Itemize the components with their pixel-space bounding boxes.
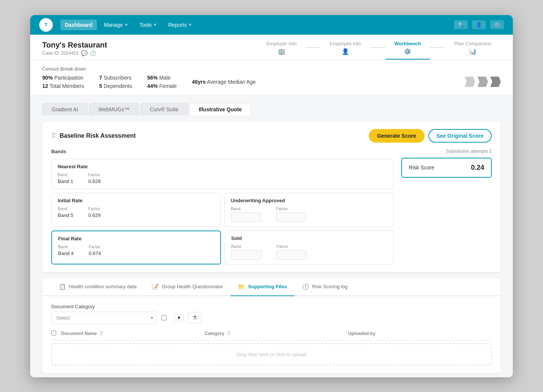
census-median-age: 46yrs Average Median Age [192,79,256,85]
census-arrows [465,77,501,87]
nav-logo: T [39,18,53,32]
select-all-checkbox[interactable] [51,331,56,335]
census-stats: 90% Participation 12 Total Members 7 Sub… [42,75,501,89]
risk-section: Submission attempts 2 Risk Score 0.24 [401,149,492,264]
sold-factor-input[interactable] [276,250,307,260]
workbench-icon: ⚙️ [404,48,411,55]
step-employee-info[interactable]: Employee Info 👤 [321,41,370,60]
upload-drop-zone[interactable]: Drop files here or click to upload [51,343,492,366]
doc-checkbox[interactable] [161,315,167,320]
step-connector-3 [430,47,445,48]
chevron-down-icon: ▼ [124,23,128,27]
case-header: Tony's Restaurant Case ID: 2024451 💬 🕐 E… [30,35,513,60]
table-checkbox-col [51,330,58,337]
clipboard-icon: 📋 [59,283,66,290]
tab-webmugs[interactable]: WebMUGs™ [89,103,139,115]
census-col-1: 90% Participation 12 Total Members [42,75,84,89]
col-menu-icon-1[interactable]: ⠿ [99,331,103,337]
band-cards-grid: Nearest Rate Band Band 1 Factor 0.629 [51,159,394,264]
step-employer-info[interactable]: Employer Info 🏢 [257,41,305,60]
tab-illustrative-quote[interactable]: Illustrative Quote [189,103,251,115]
step-connector-1 [306,47,321,48]
nav-right-actions: 🔍 👤 ⚙️ [454,20,504,29]
filter-icon-btn[interactable]: ⚗ [188,312,201,323]
census-col-3: 56% Male 44% Female [147,75,177,89]
bottom-tabs: 📋 Health condition summary data 📝 Group … [42,278,501,296]
band-card-sold: Sold Band Factor [225,231,394,264]
doc-category-label: Document Category [51,304,492,309]
chevron-down-icon: ▼ [188,23,192,27]
tab-supporting-files[interactable]: 📁 Supporting Files [230,278,295,295]
census-total-members: 12 Total Members [42,83,84,89]
checkbox-dropdown-icon[interactable]: ▼ [174,314,184,321]
census-arrow-2[interactable] [477,77,488,87]
nav-item-manage[interactable]: Manage ▼ [99,20,133,30]
sold-band-input[interactable] [231,250,261,260]
bands-section: Bands Nearest Rate Band Band 1 [51,149,492,264]
census-arrow-3[interactable] [490,77,501,87]
band-card-final-rate: Final Rate Band Band 4 Factor [51,231,221,264]
census-subscribers: 7 Subscribers [99,75,132,81]
workbench-card: ⠿ Baseline Risk Assessment Generate Scor… [42,121,501,272]
underwriting-band-input[interactable] [231,212,261,222]
bands-left: Bands Nearest Rate Band Band 1 [51,149,394,264]
see-original-score-button[interactable]: See Original Score [428,129,492,143]
case-id-row: Case ID: 2024451 💬 🕐 [42,50,107,56]
col-uploaded-by: Uploaded by [348,330,492,337]
step-connector-2 [370,47,385,48]
step-workbench[interactable]: Workbench ⚙️ [385,41,430,60]
card-actions: Generate Score See Original Score [369,129,492,143]
case-title-block: Tony's Restaurant Case ID: 2024451 💬 🕐 [42,41,107,56]
doc-category-select[interactable]: Select [51,312,157,324]
nav-item-tools[interactable]: Tools ▼ [135,20,162,30]
nav-item-dashboard[interactable]: Dashboard [60,20,97,30]
nav-settings-btn[interactable]: ⚙️ [490,20,504,29]
risk-score-box: Risk Score 0.24 [401,158,492,178]
drag-handle-icon[interactable]: ⠿ [51,132,56,139]
main-tabs: Gradient AI WebMUGs™ Curv® Suite Illustr… [42,103,501,115]
tab-risk-scoring-log[interactable]: 🕐 Risk Scoring log [295,278,355,295]
band-row-2: Initial Rate Band Band 5 Factor [51,193,394,227]
nav-search-btn[interactable]: 🔍 [454,20,468,29]
generate-score-button[interactable]: Generate Score [369,129,425,143]
comment-icon[interactable]: 💬 [81,50,87,56]
band-card-underwriting: Underwriting Approved Band Factor [224,193,394,227]
underwriting-factor-input[interactable] [276,212,306,222]
bottom-content: Document Category Select ▼ ▼ ⚗ [42,296,501,373]
tab-group-health-questionnaire[interactable]: 📝 Group Health Questionnaire [144,278,230,295]
census-participation: 90% Participation [42,75,84,81]
employee-icon: 👤 [342,48,349,55]
col-category: Category ⠿ [205,330,348,337]
census-col-2: 7 Subscribers 5 Dependents [99,75,132,89]
band-card-nearest-rate: Nearest Rate Band Band 1 Factor 0.629 [51,159,394,189]
history-icon[interactable]: 🕐 [90,50,96,56]
nav-items: Dashboard Manage ▼ Tools ▼ Reports ▼ [60,20,196,30]
band-row-3: Final Rate Band Band 4 Factor [51,231,394,264]
employer-icon: 🏢 [278,48,285,55]
content-wrapper: Gradient AI WebMUGs™ Curv® Suite Illustr… [30,95,513,377]
census-arrow-1[interactable] [465,77,475,87]
doc-select-wrapper: Select ▼ [51,312,157,324]
census-title: Census Break down [42,66,501,72]
census-dependents: 5 Dependents [99,83,132,89]
doc-table-header: Document Name ⠿ Category ⠿ Uploaded by [51,330,492,340]
col-menu-icon-2[interactable]: ⠿ [227,331,230,337]
form-icon: 📝 [152,283,159,290]
tab-health-condition[interactable]: 📋 Health condition summary data [51,278,144,295]
nav-user-btn[interactable]: 👤 [472,20,486,29]
steps-navigation: Employer Info 🏢 Employee Info 👤 Workbenc… [257,41,501,60]
top-navigation: T Dashboard Manage ▼ Tools ▼ Reports ▼ 🔍… [30,15,513,35]
tab-curv-suite[interactable]: Curv® Suite [140,103,188,115]
census-col-4: 46yrs Average Median Age [192,79,256,85]
main-content: Tony's Restaurant Case ID: 2024451 💬 🕐 E… [30,35,513,377]
band-card-initial-rate: Initial Rate Band Band 5 Factor [51,193,221,227]
workbench-card-title: ⠿ Baseline Risk Assessment [51,132,136,139]
submission-attempts: Submission attempts 2 [401,149,492,154]
census-female: 44% Female [147,83,177,89]
step-plan-comparison[interactable]: Plan Comparison 📊 [445,41,501,60]
bottom-card: 📋 Health condition summary data 📝 Group … [42,278,501,373]
case-title: Tony's Restaurant [42,41,107,49]
tab-gradient-ai[interactable]: Gradient AI [42,103,87,115]
doc-upload-zone: Document Name ⠿ Category ⠿ Uploaded by [51,330,492,366]
nav-item-reports[interactable]: Reports ▼ [164,20,196,30]
